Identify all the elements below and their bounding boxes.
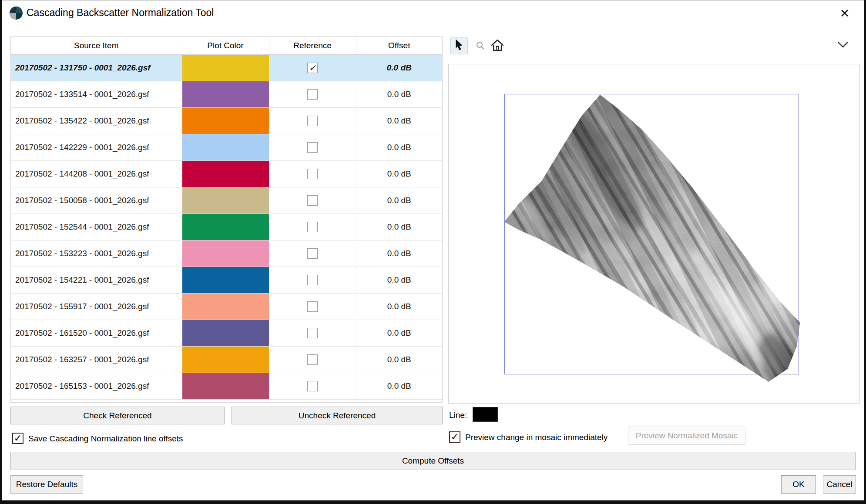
offset-cell[interactable]: 0.0 dB — [356, 240, 442, 267]
table-row[interactable]: 20170502 - 135422 - 0001_2026.gsf0.0 dB — [11, 108, 442, 134]
source-item-cell[interactable]: 20170502 - 150058 - 0001_2026.gsf — [11, 187, 182, 214]
table-row[interactable]: 20170502 - 161520 - 0001_2026.gsf0.0 dB — [11, 320, 442, 347]
offset-cell[interactable]: 0.0 dB — [356, 81, 442, 108]
reference-checkbox[interactable] — [307, 142, 318, 153]
reference-cell[interactable] — [269, 240, 356, 267]
plot-color-cell[interactable] — [182, 161, 269, 187]
col-header-offset[interactable]: Offset — [356, 37, 442, 55]
preview-immediately-checkbox[interactable]: ✓ — [449, 431, 460, 443]
plot-color-cell[interactable] — [182, 320, 269, 347]
offset-cell[interactable]: 0.0 dB — [356, 214, 442, 240]
table-row[interactable]: 20170502 - 152544 - 0001_2026.gsf0.0 dB — [11, 214, 442, 240]
reference-cell[interactable]: ✓ — [269, 55, 356, 81]
select-tool-button[interactable] — [450, 37, 468, 54]
table-row[interactable]: 20170502 - 153223 - 0001_2026.gsf0.0 dB — [11, 240, 442, 267]
reference-cell[interactable] — [269, 161, 356, 187]
mosaic-preview-panel[interactable] — [448, 64, 860, 404]
plot-color-cell[interactable] — [182, 347, 269, 373]
reference-cell[interactable] — [269, 347, 356, 373]
reference-checkbox[interactable] — [307, 89, 318, 100]
table-row[interactable]: 20170502 - 144208 - 0001_2026.gsf0.0 dB — [11, 161, 442, 187]
source-item-cell[interactable]: 20170502 - 165153 - 0001_2026.gsf — [11, 373, 182, 400]
preview-normalized-mosaic-button[interactable]: Preview Normalized Mosaic — [628, 427, 745, 445]
col-header-plot-color[interactable]: Plot Color — [182, 37, 269, 55]
reference-checkbox[interactable] — [307, 169, 318, 179]
plot-color-cell[interactable] — [182, 240, 269, 267]
plot-color-cell[interactable] — [182, 373, 269, 400]
table-row[interactable]: 20170502 - 150058 - 0001_2026.gsf0.0 dB — [11, 187, 442, 214]
table-row[interactable]: 20170502 - 163257 - 0001_2026.gsf0.0 dB — [11, 347, 442, 373]
reference-checkbox[interactable] — [307, 328, 318, 338]
col-header-reference[interactable]: Reference — [269, 37, 356, 55]
reference-checkbox[interactable] — [307, 248, 318, 259]
plot-color-cell[interactable] — [182, 81, 269, 108]
reference-cell[interactable] — [269, 187, 356, 214]
plot-color-cell[interactable] — [182, 134, 269, 161]
zoom-tool-button[interactable] — [476, 42, 485, 51]
offset-cell[interactable]: 0.0 dB — [356, 267, 442, 294]
offset-cell[interactable]: 0.0 dB — [356, 347, 442, 373]
reference-checkbox[interactable] — [307, 301, 318, 312]
restore-defaults-button[interactable]: Restore Defaults — [10, 475, 83, 494]
source-item-cell[interactable]: 20170502 - 153223 - 0001_2026.gsf — [11, 240, 182, 267]
reference-cell[interactable] — [269, 373, 356, 400]
source-item-cell[interactable]: 20170502 - 135422 - 0001_2026.gsf — [11, 108, 182, 134]
ok-button[interactable]: OK — [781, 475, 816, 494]
chevron-down-icon — [837, 41, 849, 50]
save-offsets-checkbox[interactable]: ✓ — [12, 433, 23, 444]
reference-checkbox[interactable] — [307, 381, 318, 391]
reference-checkbox[interactable] — [307, 116, 318, 126]
reference-checkbox[interactable] — [307, 222, 318, 232]
source-item-cell[interactable]: 20170502 - 142229 - 0001_2026.gsf — [11, 134, 182, 161]
source-item-cell[interactable]: 20170502 - 163257 - 0001_2026.gsf — [11, 347, 182, 373]
reference-cell[interactable] — [269, 134, 356, 161]
reference-checkbox[interactable]: ✓ — [307, 63, 318, 73]
offset-cell[interactable]: 0.0 dB — [356, 373, 442, 400]
reference-checkbox[interactable] — [307, 195, 318, 206]
plot-color-cell[interactable] — [182, 214, 269, 240]
close-icon[interactable]: ✕ — [837, 6, 853, 21]
reference-cell[interactable] — [269, 214, 356, 240]
table-row[interactable]: 20170502 - 133514 - 0001_2026.gsf0.0 dB — [11, 81, 442, 108]
reference-cell[interactable] — [269, 320, 356, 347]
reference-cell[interactable] — [269, 81, 356, 108]
table-row[interactable]: 20170502 - 155917 - 0001_2026.gsf0.0 dB — [11, 294, 442, 320]
plot-color-cell[interactable] — [182, 187, 269, 214]
plot-color-cell[interactable] — [182, 267, 269, 294]
source-item-cell[interactable]: 20170502 - 155917 - 0001_2026.gsf — [11, 294, 182, 320]
home-view-button[interactable] — [490, 40, 504, 53]
reference-cell[interactable] — [269, 267, 356, 294]
source-item-cell[interactable]: 20170502 - 161520 - 0001_2026.gsf — [11, 320, 182, 347]
table-row[interactable]: 20170502 - 131750 - 0001_2026.gsf✓0.0 dB — [11, 55, 442, 81]
reference-cell[interactable] — [269, 108, 356, 134]
source-item-cell[interactable]: 20170502 - 144208 - 0001_2026.gsf — [11, 161, 182, 187]
offset-cell[interactable]: 0.0 dB — [356, 55, 442, 81]
cancel-button[interactable]: Cancel — [823, 475, 856, 494]
uncheck-referenced-button[interactable]: Uncheck Referenced — [232, 407, 443, 424]
reference-checkbox[interactable] — [307, 275, 318, 285]
plot-color-cell[interactable] — [182, 294, 269, 320]
source-item-cell[interactable]: 20170502 - 133514 - 0001_2026.gsf — [11, 81, 182, 108]
check-referenced-button[interactable]: Check Referenced — [10, 407, 225, 424]
offset-cell[interactable]: 0.0 dB — [356, 187, 442, 214]
collapse-panel-button[interactable] — [837, 42, 849, 50]
table-row[interactable]: 20170502 - 154221 - 0001_2026.gsf0.0 dB — [11, 267, 442, 294]
plot-color-cell[interactable] — [182, 55, 269, 81]
offset-cell[interactable]: 0.0 dB — [356, 108, 442, 134]
source-item-cell[interactable]: 20170502 - 152544 - 0001_2026.gsf — [11, 214, 182, 240]
table-row[interactable]: 20170502 - 142229 - 0001_2026.gsf0.0 dB — [11, 134, 442, 161]
table-header-row: Source Item Plot Color Reference Offset — [11, 37, 442, 55]
reference-checkbox[interactable] — [307, 354, 318, 365]
source-item-cell[interactable]: 20170502 - 154221 - 0001_2026.gsf — [11, 267, 182, 294]
source-item-cell[interactable]: 20170502 - 131750 - 0001_2026.gsf — [11, 55, 182, 81]
offset-cell[interactable]: 0.0 dB — [356, 320, 442, 347]
offset-cell[interactable]: 0.0 dB — [356, 134, 442, 161]
reference-cell[interactable] — [269, 294, 356, 320]
offset-cell[interactable]: 0.0 dB — [356, 161, 442, 187]
plot-color-cell[interactable] — [182, 108, 269, 134]
table-row[interactable]: 20170502 - 165153 - 0001_2026.gsf0.0 dB — [11, 373, 442, 400]
col-header-source-item[interactable]: Source Item — [11, 37, 182, 55]
offset-cell[interactable]: 0.0 dB — [356, 294, 442, 320]
compute-offsets-button[interactable]: Compute Offsets — [10, 452, 856, 470]
plot-color-swatch — [182, 134, 269, 160]
